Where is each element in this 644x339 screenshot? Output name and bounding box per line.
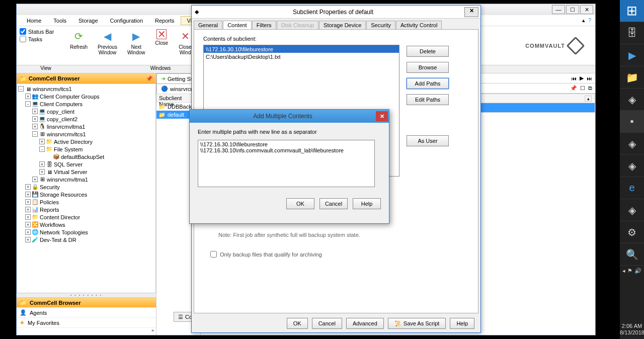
tree-node-client-computers[interactable]: -💻Client Computers — [18, 100, 154, 108]
status-bar-checkbox[interactable]: Status Bar — [20, 28, 65, 35]
archive-checkbox[interactable]: Only backup files that qualify for archi… — [210, 251, 469, 258]
nav-first-icon[interactable]: ⏮ — [571, 75, 577, 81]
tree-node-dev-test-dr[interactable]: +🧪Dev-Test & DR — [18, 236, 154, 243]
pin-icon[interactable]: 📌 — [146, 75, 153, 82]
next-window-button[interactable]: ▶ Next Window — [122, 27, 150, 64]
tree-toggle-icon[interactable]: + — [39, 169, 45, 175]
refresh-button[interactable]: ⟳ Refresh — [65, 27, 93, 64]
tab-general[interactable]: General — [194, 21, 222, 29]
tasks-checkbox[interactable]: Tasks — [20, 36, 65, 42]
as-user-button[interactable]: As User — [407, 135, 449, 146]
add-ok-button[interactable]: OK — [286, 198, 314, 209]
tree-node-security[interactable]: +🔒Security — [18, 183, 154, 191]
tree-node-content-director[interactable]: +📁Content Director — [18, 213, 154, 221]
menu-home[interactable]: Home — [21, 17, 47, 25]
delete-button[interactable]: Delete — [407, 46, 449, 57]
tree-node-sql-server[interactable]: +🗄SQL Server — [18, 160, 154, 168]
tree-node-winsrvrcmvltma1[interactable]: +⊞winsrvrcmvltma1 — [18, 176, 154, 183]
tree-toggle-icon[interactable]: + — [32, 116, 38, 122]
app-icon-4[interactable]: ◈ — [620, 199, 644, 221]
tree-toggle-icon[interactable]: + — [25, 207, 31, 212]
terminal-icon[interactable]: ▪ — [620, 111, 644, 133]
maximize-button[interactable]: ☐ — [566, 5, 579, 14]
tree-toggle-icon[interactable]: + — [32, 124, 38, 129]
tree-node-winsrvrcmvltcs1[interactable]: -🖥winsrvrcmvltcs1 — [18, 85, 154, 93]
taskbar-clock[interactable]: 2:06 AM 8/13/2018 — [620, 321, 644, 339]
tree-node-linsrvrcmvltma1[interactable]: +🐧linsrvrcmvltma1 — [18, 123, 154, 130]
content-path-row[interactable]: \\172.16.30.10\fileburestore — [204, 45, 399, 53]
tree-node-client-computer-groups[interactable]: +👥Client Computer Groups — [18, 93, 154, 100]
app-icon-3[interactable]: ◈ — [620, 155, 644, 177]
add-paths-button[interactable]: Add Paths — [407, 78, 449, 89]
menu-tools[interactable]: Tools — [47, 17, 72, 25]
tree-node-reports[interactable]: +📊Reports — [18, 206, 154, 213]
tab-activity-control[interactable]: Activity Control — [396, 21, 442, 29]
tree-toggle-icon[interactable]: + — [25, 229, 31, 235]
tree-toggle-icon[interactable]: - — [18, 86, 24, 92]
sound-icon[interactable]: 🔊 — [634, 268, 641, 274]
expand-arrow[interactable]: » — [17, 328, 156, 335]
tree-node-file-system[interactable]: -📁File System — [18, 145, 154, 153]
flag-icon[interactable]: ⚑ — [627, 268, 632, 274]
tree-node-winsrvrcmvltcs1[interactable]: -⊞winsrvrcmvltcs1 — [18, 130, 154, 138]
archive-checkbox-input[interactable] — [210, 251, 217, 258]
tree-toggle-icon[interactable]: + — [32, 177, 38, 182]
tab-commcell-browser[interactable]: 📁CommCell Browser — [17, 298, 156, 308]
system-tray[interactable]: ◂⚑🔊 — [620, 266, 644, 276]
menu-storage[interactable]: Storage — [72, 17, 104, 25]
close-window-button[interactable]: ✕ — [580, 5, 593, 14]
scroll-up-icon[interactable]: ▴ — [585, 96, 592, 102]
tree-toggle-icon[interactable]: + — [39, 139, 45, 144]
props-close-button[interactable]: ✕ — [464, 7, 478, 17]
tree-toggle-icon[interactable]: + — [25, 184, 31, 190]
pin-icon[interactable]: 📌 — [570, 85, 577, 92]
tree-node-copy-client2[interactable]: +💻copy_client2 — [18, 115, 154, 123]
tree-node-virtual-server[interactable]: +🖥Virtual Server — [18, 168, 154, 176]
close-button[interactable]: ✕ Close — [150, 27, 174, 64]
tree-toggle-icon[interactable]: + — [25, 199, 31, 205]
tree-node-policies[interactable]: +📋Policies — [18, 198, 154, 206]
menu-reports[interactable]: Reports — [149, 17, 181, 25]
tree-node-workflows[interactable]: +🔀Workflows — [18, 221, 154, 228]
add-help-button[interactable]: Help — [353, 198, 381, 209]
props-cancel-button[interactable]: Cancel — [312, 318, 342, 329]
tab-favorites[interactable]: ★My Favorites — [17, 318, 156, 328]
search-icon[interactable]: 🔍 — [620, 243, 644, 266]
commcell-tree[interactable]: -🖥winsrvrcmvltcs1+👥Client Computer Group… — [17, 83, 156, 293]
collapse-ribbon-icon[interactable]: ▴ — [582, 17, 585, 24]
add-close-button[interactable]: ✕ — [376, 111, 388, 121]
props-save-script-button[interactable]: 📜Save As Script — [388, 318, 446, 329]
browse-button[interactable]: Browse — [407, 62, 449, 73]
start-button[interactable]: ⊞ — [620, 0, 644, 22]
tree-toggle-icon[interactable]: + — [25, 94, 31, 99]
app-icon-2[interactable]: ◈ — [620, 133, 644, 155]
content-path-row[interactable]: C:\Users\backup\Desktop\1.txt — [204, 53, 399, 60]
tab-storage-device[interactable]: Storage Device — [319, 21, 366, 29]
paths-textarea[interactable] — [198, 140, 375, 187]
tree-node-active-directory[interactable]: +📁Active Directory — [18, 138, 154, 145]
tray-arrow-icon[interactable]: ◂ — [622, 268, 625, 274]
server-manager-icon[interactable]: 🗄 — [620, 22, 644, 44]
nav-last-icon[interactable]: ⏭ — [587, 75, 592, 81]
popout-icon[interactable]: ⧉ — [588, 85, 592, 92]
tree-toggle-icon[interactable]: + — [25, 214, 31, 220]
tree-toggle-icon[interactable]: - — [32, 131, 38, 137]
tab-agents[interactable]: 👤Agents — [17, 308, 156, 318]
tree-node-storage-resources[interactable]: +💾Storage Resources — [18, 191, 154, 198]
tree-toggle-icon[interactable]: + — [39, 161, 45, 167]
props-advanced-button[interactable]: Advanced — [346, 318, 384, 329]
tab-content[interactable]: Content — [223, 21, 252, 29]
tree-node-defaultbackupset[interactable]: 📦defaultBackupSet — [18, 153, 154, 160]
tab-security[interactable]: Security — [366, 21, 395, 29]
app-icon-1[interactable]: ◈ — [620, 89, 644, 111]
props-help-button[interactable]: Help — [450, 318, 474, 329]
tree-toggle-icon[interactable]: + — [25, 222, 31, 227]
menu-configuration[interactable]: Configuration — [104, 17, 149, 25]
previous-window-button[interactable]: ◀ Previous Window — [93, 27, 122, 64]
powershell-icon[interactable]: ▶ — [620, 44, 644, 66]
tree-toggle-icon[interactable]: + — [25, 237, 31, 242]
splitter-handle[interactable]: • • • • • • • • — [17, 293, 156, 297]
tree-toggle-icon[interactable]: - — [39, 146, 45, 152]
tree-toggle-icon[interactable]: + — [25, 192, 31, 197]
tree-toggle-icon[interactable]: - — [25, 101, 31, 107]
